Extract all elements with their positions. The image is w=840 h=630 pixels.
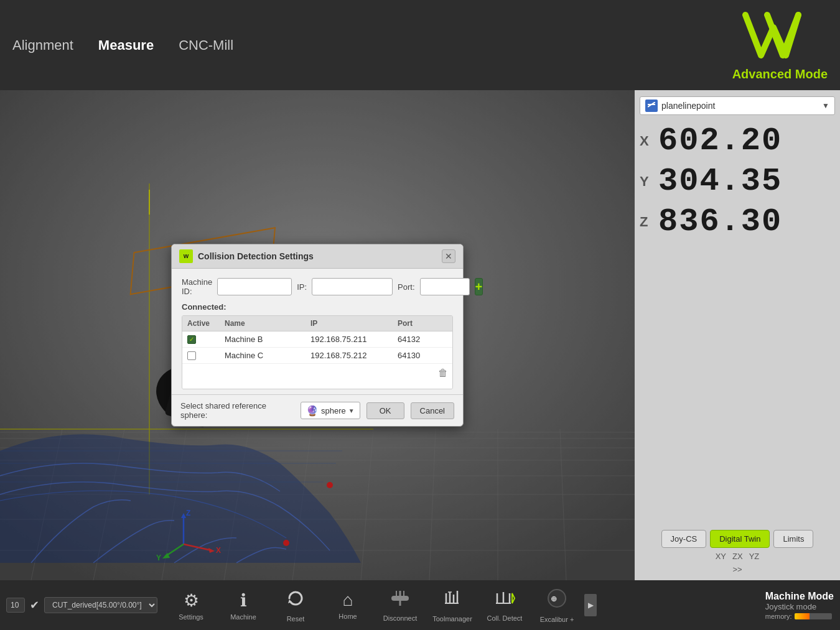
- expand-arrow-button[interactable]: ▶: [584, 594, 597, 616]
- machine-id-row: Machine ID: IP: Port: 64142 +: [182, 277, 453, 296]
- y-axis-label: Y: [640, 174, 658, 190]
- table-row: Machine B 192.168.75.211 64132: [182, 331, 452, 348]
- home-button[interactable]: ⌂ Home: [323, 583, 373, 627]
- y-coord-value: 304.35: [658, 163, 782, 200]
- ip-input[interactable]: [312, 278, 393, 295]
- panel-more-row: >>: [640, 565, 835, 574]
- coll-detect-label: Coll. Detect: [487, 614, 523, 622]
- col-port: Port: [398, 319, 447, 328]
- add-connection-button[interactable]: +: [475, 278, 483, 295]
- panel-mode-text: planelinepoint: [661, 101, 822, 111]
- top-nav: Alignment Measure CNC-Mill Advanced Mode: [0, 0, 840, 90]
- disconnect-button[interactable]: Disconnect: [375, 583, 425, 627]
- port-label: Port:: [398, 282, 414, 292]
- cut-derived-select[interactable]: CUT_derived[45.00°/0.00°]: [44, 597, 157, 613]
- row2-ip: 192.168.75.212: [310, 351, 398, 360]
- row1-port: 64132: [398, 335, 447, 344]
- angle-input[interactable]: [6, 598, 25, 613]
- dialog-overlay: W Collision Detection Settings ✕ Machine…: [0, 90, 635, 580]
- x-coord-value: 602.20: [658, 123, 782, 159]
- reset-label: Reset: [287, 615, 305, 623]
- zx-axis-label[interactable]: ZX: [732, 552, 743, 561]
- z-axis-label: Z: [640, 214, 658, 230]
- bottom-left-section: ✔ CUT_derived[45.00°/0.00°]: [6, 597, 157, 613]
- machine-icon: ℹ: [240, 590, 247, 611]
- machine-id-label: Machine ID:: [182, 277, 212, 296]
- dialog-titlebar: W Collision Detection Settings ✕: [172, 244, 463, 269]
- toolmanager-icon: [441, 588, 464, 613]
- excalibur-button[interactable]: ⊕ Excalibur +: [532, 583, 582, 627]
- row2-checkbox[interactable]: [187, 351, 196, 360]
- excalibur-icon: ⊕: [544, 587, 569, 613]
- z-coord-value: 836.30: [658, 203, 782, 240]
- sphere-dropdown-arrow-icon: ▼: [348, 407, 355, 414]
- home-icon: ⌂: [343, 590, 353, 610]
- row2-port: 64130: [398, 351, 447, 360]
- more-button[interactable]: >>: [732, 565, 742, 574]
- machine-id-input[interactable]: [217, 278, 292, 295]
- nav-measure[interactable]: Measure: [98, 37, 154, 53]
- toolmanager-button[interactable]: Toolmanager: [427, 583, 477, 627]
- x-coord-row: X 602.20: [640, 123, 835, 159]
- connected-label: Connected:: [182, 302, 453, 312]
- digital-twin-button[interactable]: Digital Twin: [710, 530, 770, 548]
- nav-cncmill[interactable]: CNC-Mill: [179, 37, 233, 53]
- sphere-label: Select shared reference sphere:: [180, 401, 294, 420]
- limits-button[interactable]: Limits: [773, 530, 813, 548]
- cancel-button[interactable]: Cancel: [411, 402, 454, 419]
- row2-active-cell: [187, 351, 225, 360]
- xy-axis-label[interactable]: XY: [716, 552, 726, 561]
- delete-connection-button[interactable]: 🗑: [436, 366, 450, 381]
- memory-bar: [795, 613, 832, 619]
- settings-icon: ⚙: [184, 590, 199, 611]
- checkmark-status-icon: ✔: [30, 598, 39, 612]
- panel-mode-buttons: Joy-CS Digital Twin Limits: [640, 530, 835, 548]
- settings-button[interactable]: ⚙ Settings: [166, 583, 216, 627]
- machine-button[interactable]: ℹ Machine: [218, 583, 268, 627]
- row1-checkbox[interactable]: [187, 335, 196, 344]
- panel-mode-dropdown[interactable]: planelinepoint ▼: [640, 96, 835, 115]
- dialog-body: Machine ID: IP: Port: 64142 + Connected:…: [172, 269, 463, 394]
- disconnect-icon: [389, 588, 411, 612]
- home-label: Home: [338, 613, 357, 620]
- svg-text:⊕: ⊕: [551, 595, 557, 603]
- col-name: Name: [225, 319, 310, 328]
- reset-icon: [286, 588, 306, 613]
- collision-detection-dialog: W Collision Detection Settings ✕ Machine…: [171, 244, 464, 427]
- sphere-text: sphere: [321, 406, 346, 415]
- row1-ip: 192.168.75.211: [310, 335, 398, 344]
- row1-name: Machine B: [225, 335, 310, 344]
- row1-active-cell: [187, 335, 225, 344]
- toolmanager-label: Toolmanager: [432, 615, 472, 623]
- table-row: Machine C 192.168.75.212 64130: [182, 348, 452, 364]
- z-coord-row: Z 836.30: [640, 203, 835, 240]
- settings-label: Settings: [179, 613, 203, 621]
- port-input[interactable]: 64142: [420, 278, 470, 295]
- sphere-dropdown[interactable]: 🔮 sphere ▼: [301, 402, 360, 419]
- machine-label: Machine: [230, 613, 256, 621]
- memory-label: memory:: [765, 613, 792, 620]
- dialog-close-button[interactable]: ✕: [442, 249, 455, 263]
- memory-fill-indicator: [795, 613, 810, 619]
- advanced-mode-label: Advanced Mode: [732, 67, 828, 81]
- yz-axis-label[interactable]: YZ: [749, 552, 760, 561]
- sphere-icon: 🔮: [306, 405, 319, 417]
- machine-mode-sub: Joystick mode: [765, 602, 816, 611]
- dialog-footer: Select shared reference sphere: 🔮 sphere…: [172, 394, 463, 426]
- table-header: Active Name IP Port: [182, 316, 452, 331]
- col-active: Active: [187, 319, 225, 328]
- nav-alignment[interactable]: Alignment: [12, 37, 73, 53]
- memory-bar-container: memory:: [765, 613, 832, 620]
- ok-button[interactable]: OK: [366, 402, 404, 419]
- svg-rect-41: [391, 596, 409, 601]
- x-axis-label: X: [640, 133, 658, 149]
- panel-axis-row: XY ZX YZ: [640, 552, 835, 561]
- bottom-bar: ✔ CUT_derived[45.00°/0.00°] ⚙ Settings ℹ…: [0, 580, 840, 630]
- coll-detect-button[interactable]: Coll. Detect: [480, 583, 530, 627]
- machine-mode-section: Machine Mode Joystick mode memory:: [765, 591, 834, 620]
- joy-cs-button[interactable]: Joy-CS: [661, 530, 707, 548]
- reset-button[interactable]: Reset: [271, 583, 320, 627]
- y-coord-row: Y 304.35: [640, 163, 835, 200]
- excalibur-label: Excalibur +: [540, 616, 574, 623]
- col-ip: IP: [310, 319, 398, 328]
